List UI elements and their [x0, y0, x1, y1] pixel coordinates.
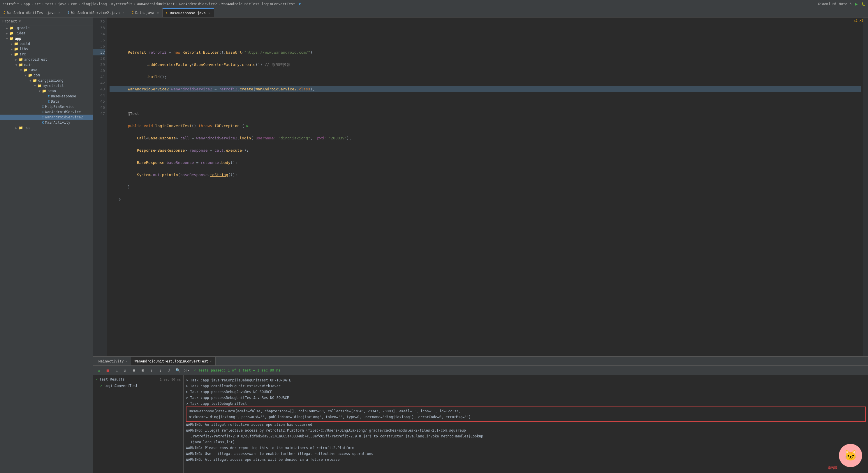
- folder-icon: 📁: [9, 31, 14, 35]
- folder-icon: 📁: [9, 26, 14, 30]
- folder-icon: 📁: [19, 126, 23, 130]
- folder-icon: 📁: [37, 84, 42, 88]
- expand-button[interactable]: ⊞: [130, 367, 137, 374]
- console-line: > Task :app:processDebugJavaRes NO-SOURC…: [186, 389, 866, 395]
- folder-icon: 📁: [19, 57, 23, 62]
- console-line: WARNING: Use --illegal-access=warn to en…: [186, 451, 866, 457]
- folder-icon: 📁: [14, 47, 18, 51]
- console-line: .retrofit2/retrofit/2.9.0/d8fdfbd5da9521…: [186, 433, 866, 439]
- console-line: WARNING: Please consider reporting this …: [186, 445, 866, 451]
- bottom-tab-bar: MainActivity ✕ WanAndroidUnitTest.loginC…: [93, 357, 868, 366]
- debug-button[interactable]: 🐛: [861, 2, 866, 6]
- folder-icon: 📁: [19, 63, 23, 67]
- tab-close-icon[interactable]: ✕: [126, 360, 127, 363]
- test-results-layout: ✓ Test Results 1 sec 80 ms ✓ loginConver…: [93, 375, 868, 473]
- sidebar-item-main[interactable]: ▼ 📁 main: [0, 62, 93, 67]
- interface-file-icon: I: [42, 105, 44, 109]
- bottom-panel: MainActivity ✕ WanAndroidUnitTest.loginC…: [93, 356, 868, 473]
- java-icon: J: [3, 11, 5, 14]
- tab-close-icon[interactable]: ✕: [209, 11, 210, 14]
- sidebar-item-libs[interactable]: ▶ 📁 libs: [0, 47, 93, 52]
- sidebar-item-data[interactable]: C Data: [0, 99, 93, 104]
- console-line: (java.lang.Class,int): [186, 439, 866, 445]
- run-toolbar: ↺ ■ ⇅ ⇵ ⊞ ⊟ ↑ ↓ ⤴ 🔍 >> ✓ Tests passed: 1…: [93, 366, 868, 375]
- next-button[interactable]: ↓: [157, 367, 164, 374]
- run-button[interactable]: ▶: [855, 1, 858, 7]
- sort-button[interactable]: ⇅: [113, 367, 120, 374]
- class-file-icon: C: [42, 121, 44, 124]
- tab-close-icon[interactable]: ✕: [157, 11, 159, 14]
- code-editor: 32 33 34 35 36 37 38 39 40 41 42 43 44 4…: [93, 18, 868, 356]
- sidebar-item-gradle[interactable]: ▶ 📁 .gradle: [0, 25, 93, 31]
- sidebar-item-myretrofit[interactable]: ▼ 📁 myretrofit: [0, 83, 93, 88]
- folder-icon: 📁: [9, 36, 14, 40]
- tab-wan-android-unit-test[interactable]: J WanAndroidUnitTest.java ✕: [0, 8, 64, 17]
- console-line: > Task :app:javaPreCompileDebugUnitTest …: [186, 377, 866, 383]
- sidebar-item-dingjiaxiong[interactable]: ▼ 📁 dingjiaxiong: [0, 78, 93, 83]
- console-line: WARNING: All illegal access operations w…: [186, 457, 866, 463]
- sticker-decoration: 🐱: [839, 444, 862, 467]
- folder-icon: 📁: [28, 73, 32, 77]
- tab-data[interactable]: C Data.java ✕: [128, 8, 163, 17]
- console-line: > Task :app:compileDebugUnitTestJavaWith…: [186, 383, 866, 389]
- folder-icon: 📁: [33, 79, 37, 83]
- tab-base-response[interactable]: C BaseResponse.java ✕: [163, 8, 214, 17]
- console-line: WARNING: Illegal reflective access by re…: [186, 427, 866, 433]
- breadcrumb: retrofit› app› src› test› java› com› din…: [2, 2, 301, 6]
- sidebar-item-wanandroidservice2[interactable]: I WanAndroidService2: [0, 115, 93, 120]
- sticker-label: 辛苦啦: [828, 466, 837, 470]
- prev-button[interactable]: ↑: [148, 367, 155, 374]
- folder-icon: 📁: [23, 68, 28, 72]
- stop-button[interactable]: ■: [104, 367, 111, 374]
- rerun-button[interactable]: ↺: [96, 367, 102, 374]
- console-highlighted-output: BaseResponse{data=Data{admin=false, chap…: [186, 407, 866, 422]
- tab-close-icon[interactable]: ✕: [210, 360, 212, 363]
- line-numbers: 32 33 34 35 36 37 38 39 40 41 42 43 44 4…: [93, 18, 107, 356]
- sidebar-item-com[interactable]: ▼ 📁 com: [0, 72, 93, 78]
- main-layout: Project ▼ ▶ 📁 .gradle ▶ 📁 .idea ▼ 📁 app …: [0, 18, 868, 473]
- tab-close-icon[interactable]: ✕: [123, 11, 124, 14]
- collapse-button[interactable]: ⊟: [139, 367, 146, 374]
- top-bar: retrofit› app› src› test› java› com› din…: [0, 0, 868, 8]
- console-line: > Task :app:testDebugUnitTest: [186, 401, 866, 407]
- sort2-button[interactable]: ⇵: [122, 367, 129, 374]
- export-button[interactable]: ⤴: [165, 367, 173, 374]
- folder-icon: 📁: [14, 52, 18, 56]
- console-line: > Task :app:processDebugUnitTestJavaRes …: [186, 395, 866, 401]
- sidebar-item-androidtest[interactable]: ▶ 📁 androidTest: [0, 57, 93, 62]
- folder-icon: 📁: [42, 89, 46, 93]
- folder-icon: 📁: [14, 42, 18, 46]
- project-sidebar: Project ▼ ▶ 📁 .gradle ▶ 📁 .idea ▼ 📁 app …: [0, 18, 93, 473]
- test-results-sidebar: ✓ Test Results 1 sec 80 ms ✓ loginConver…: [93, 375, 184, 473]
- tab-wan-android-service2[interactable]: I WanAndroidService2.java ✕: [64, 8, 128, 17]
- sidebar-item-mainactivity[interactable]: C MainActivity: [0, 120, 93, 125]
- class-file-icon: C: [48, 100, 50, 104]
- tab-mainactivity[interactable]: MainActivity ✕: [95, 357, 131, 365]
- sidebar-item-wanandroidservice[interactable]: I WanAndroidService: [0, 109, 93, 115]
- test-result-item[interactable]: ✓ loginConvertTest: [93, 383, 183, 389]
- sidebar-item-bean[interactable]: ▼ 📁 bean: [0, 88, 93, 94]
- test-results-header: ✓ Test Results 1 sec 80 ms: [93, 376, 183, 383]
- sidebar-item-baseresponse[interactable]: C BaseResponse: [0, 94, 93, 99]
- code-text[interactable]: Retrofit retrofi2 = new Retrofit.Builder…: [107, 18, 863, 356]
- test-passed-label: ✓ Tests passed: 1 of 1 test – 1 sec 80 m…: [194, 368, 280, 373]
- sidebar-item-app[interactable]: ▼ 📁 app: [0, 36, 93, 41]
- class-file-icon: C: [48, 94, 50, 98]
- editor-gutter: [863, 18, 868, 356]
- sidebar-item-res[interactable]: ▶ 📁 res: [0, 125, 93, 130]
- sidebar-item-java[interactable]: ▼ 📁 java: [0, 67, 93, 72]
- code-container: 32 33 34 35 36 37 38 39 40 41 42 43 44 4…: [93, 18, 868, 356]
- sidebar-item-idea[interactable]: ▶ 📁 .idea: [0, 31, 93, 36]
- tab-loginconverttest[interactable]: WanAndroidUnitTest.loginConvertTest ✕: [131, 357, 216, 365]
- sidebar-item-httpbinservice[interactable]: I HttpBinService: [0, 104, 93, 109]
- more-button[interactable]: >>: [183, 367, 190, 374]
- tab-close-icon[interactable]: ✕: [59, 11, 60, 14]
- sidebar-item-src[interactable]: ▼ 📁 src: [0, 52, 93, 57]
- console-output[interactable]: > Task :app:javaPreCompileDebugUnitTest …: [184, 375, 868, 473]
- warning-badge: ⚠2 ✗3: [854, 19, 863, 23]
- sidebar-header: Project ▼: [0, 18, 93, 25]
- interface-icon: I: [68, 11, 70, 14]
- sidebar-item-build[interactable]: ▶ 📁 build: [0, 41, 93, 47]
- search-button[interactable]: 🔍: [174, 367, 181, 374]
- interface-file-icon: I: [42, 116, 44, 119]
